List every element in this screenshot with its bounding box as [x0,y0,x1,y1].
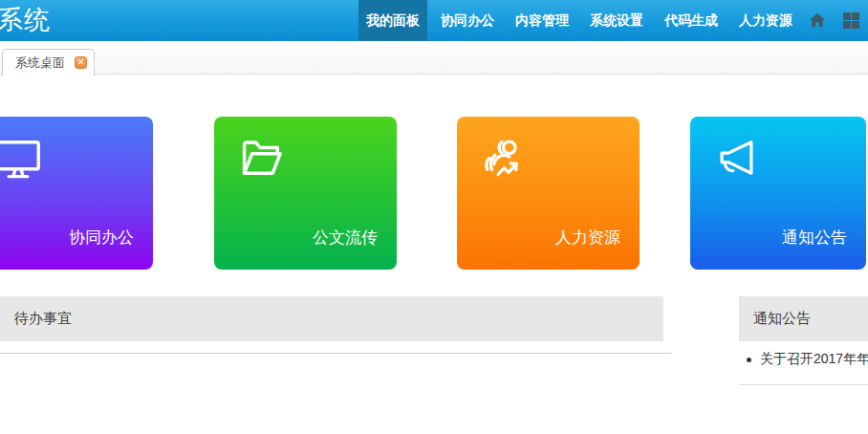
notice-divider [739,384,868,385]
tab-system-desktop[interactable]: 系统桌面 ✕ [2,49,95,76]
nav-item-content-mgmt[interactable]: 内容管理 [508,0,576,41]
todo-panel-header: 待办事宜 [0,296,663,341]
notice-item-text: 关于召开2017年年 [760,351,868,368]
tab-label: 系统桌面 [15,54,65,72]
notice-panel-header: 通知公告 [739,296,868,341]
people-icon [480,134,530,184]
tile-label: 协同办公 [69,227,134,249]
notice-panel-title: 通知公告 [753,310,811,328]
folder-icon [237,134,287,184]
tab-close-icon[interactable]: ✕ [75,56,87,69]
tile-hr[interactable]: 人力资源 [457,117,640,270]
nav-item-my-dashboard[interactable]: 我的面板 [358,0,427,41]
tile-collaboration[interactable]: 协同办公 [0,117,153,270]
main-nav: 我的面板 协同办公 内容管理 系统设置 代码生成 人力资源 [358,0,806,41]
nav-item-code-gen[interactable]: 代码生成 [657,0,726,41]
notice-list-item[interactable]: 关于召开2017年年 [747,351,868,368]
grid-icon[interactable] [843,12,859,29]
app-header: 系统 我的面板 协同办公 内容管理 系统设置 代码生成 人力资源 [0,0,868,41]
app-title: 系统 [0,3,51,37]
nav-item-hr[interactable]: 人力资源 [731,0,800,41]
todo-panel-title: 待办事宜 [14,310,72,328]
todo-divider [0,353,671,354]
tile-label: 通知公告 [782,227,847,249]
tile-documents[interactable]: 公文流传 [214,117,397,270]
bullet-icon [747,358,751,362]
tile-notice[interactable]: 通知公告 [690,117,866,270]
megaphone-icon [713,134,763,184]
home-icon[interactable] [809,11,826,29]
nav-item-collaboration[interactable]: 协同办公 [433,0,502,41]
nav-item-system-settings[interactable]: 系统设置 [582,0,651,41]
monitor-icon [0,134,43,184]
tile-label: 公文流传 [313,227,378,249]
tile-label: 人力资源 [555,227,620,249]
tab-bar: 系统桌面 ✕ [0,41,868,75]
